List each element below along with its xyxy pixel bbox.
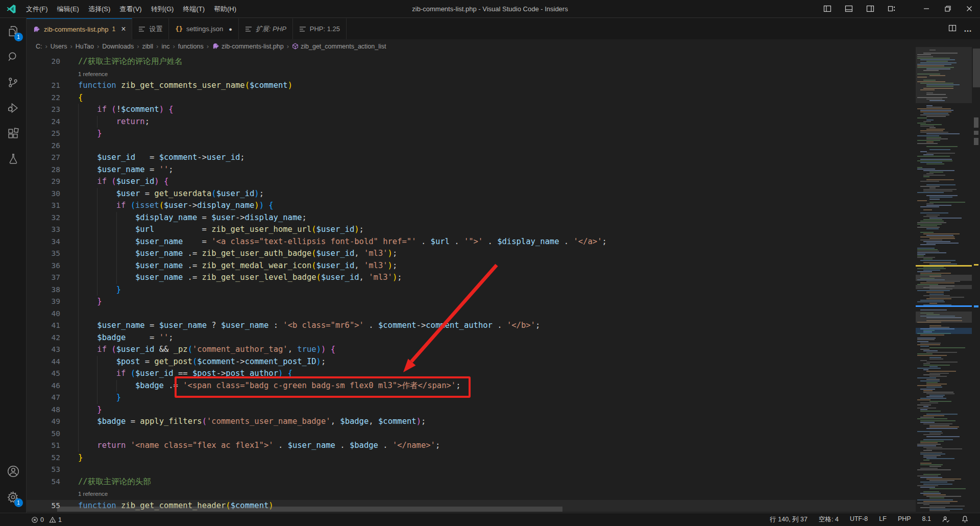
- activity-settings-icon[interactable]: 1: [0, 484, 27, 510]
- status-item[interactable]: LF: [879, 515, 887, 524]
- toggle-sidebar-icon[interactable]: [817, 0, 838, 18]
- activity-testing-icon[interactable]: [0, 146, 27, 172]
- line-number[interactable]: 21: [27, 80, 60, 92]
- code-line-23[interactable]: 23 if (!$comment) {: [27, 104, 916, 116]
- code-line-53[interactable]: 53: [27, 464, 916, 476]
- horizontal-scrollbar[interactable]: [57, 507, 562, 512]
- breadcrumb-item[interactable]: zib_get_comments_action_list: [291, 42, 387, 51]
- code-line-32[interactable]: 32 $display_name = $user->display_name;: [27, 212, 916, 224]
- close-window-button[interactable]: [959, 0, 980, 18]
- code-line-34[interactable]: 34 $user_name = '<a class="text-ellipsis…: [27, 236, 916, 248]
- line-number[interactable]: 35: [27, 248, 60, 260]
- code-line-28[interactable]: 28 $user_name = '';: [27, 164, 916, 176]
- code-line-43[interactable]: 43 if ($user_id && _pz('comment_author_t…: [27, 344, 916, 356]
- code-line-40[interactable]: 40: [27, 308, 916, 320]
- breadcrumb-item[interactable]: functions: [177, 42, 205, 51]
- line-number[interactable]: 50: [27, 428, 60, 440]
- tab-dirty-indicator[interactable]: ●: [229, 26, 232, 32]
- menu-item[interactable]: 帮助(H): [209, 3, 241, 15]
- toggle-panel-icon[interactable]: [838, 0, 860, 18]
- activity-run-debug-icon[interactable]: [0, 95, 27, 121]
- code-line-26[interactable]: 26: [27, 140, 916, 152]
- code-line-37[interactable]: 37 $user_name .= zib_get_user_level_badg…: [27, 272, 916, 284]
- line-number[interactable]: 20: [27, 56, 60, 68]
- split-editor-icon[interactable]: [948, 24, 957, 34]
- tab-close-icon[interactable]: ×: [121, 25, 126, 33]
- code-line-42[interactable]: 42 $badge = '';: [27, 332, 916, 344]
- activity-search-icon[interactable]: [0, 44, 27, 69]
- menu-item[interactable]: 转到(G): [146, 3, 179, 15]
- status-item[interactable]: PHP: [898, 515, 911, 524]
- status-item[interactable]: 空格: 4: [819, 515, 839, 524]
- code-line-22[interactable]: 22{: [27, 92, 916, 104]
- codelens[interactable]: 1 reference: [27, 488, 916, 500]
- code-line-44[interactable]: 44 $post = get_post($comment->comment_po…: [27, 356, 916, 368]
- line-number[interactable]: 38: [27, 284, 60, 296]
- codelens-label[interactable]: 1 reference: [78, 488, 108, 500]
- code-line-47[interactable]: 47 }: [27, 392, 916, 404]
- line-number[interactable]: 27: [27, 152, 60, 164]
- line-number[interactable]: 32: [27, 212, 60, 224]
- breadcrumb-item[interactable]: inc: [160, 42, 170, 51]
- line-number[interactable]: 29: [27, 176, 60, 188]
- code-line-27[interactable]: 27 $user_id = $comment->user_id;: [27, 152, 916, 164]
- status-item[interactable]: 行 140, 列 37: [770, 515, 807, 524]
- code-line-46[interactable]: 46 $badge .= '<span class="badg c-green …: [27, 380, 916, 392]
- code-line-31[interactable]: 31 if (isset($user->display_name)) {: [27, 200, 916, 212]
- line-number[interactable]: 52: [27, 452, 60, 464]
- line-number[interactable]: 26: [27, 140, 60, 152]
- line-number[interactable]: 33: [27, 224, 60, 236]
- line-number[interactable]: 54: [27, 476, 60, 488]
- code-line-38[interactable]: 38 }: [27, 284, 916, 296]
- line-number[interactable]: 42: [27, 332, 60, 344]
- line-number[interactable]: 28: [27, 164, 60, 176]
- line-number[interactable]: 22: [27, 92, 60, 104]
- menu-item[interactable]: 终端(T): [178, 3, 209, 15]
- feedback-icon[interactable]: [942, 515, 950, 524]
- tab-settings.json[interactable]: {}settings.json●: [169, 18, 238, 39]
- code-line-54[interactable]: 54//获取主评论的头部: [27, 476, 916, 488]
- line-number[interactable]: 24: [27, 116, 60, 128]
- codelens[interactable]: 1 reference: [27, 68, 916, 80]
- code-line-21[interactable]: 21function zib_get_comments_user_name($c…: [27, 80, 916, 92]
- tab-PHP[interactable]: 扩展: PHP: [239, 18, 293, 39]
- line-number[interactable]: 37: [27, 272, 60, 284]
- code-line-20[interactable]: 20//获取主评论的评论用户姓名: [27, 56, 916, 68]
- more-actions-icon[interactable]: …: [964, 25, 973, 34]
- line-number[interactable]: 53: [27, 464, 60, 476]
- line-number[interactable]: 49: [27, 416, 60, 428]
- line-number[interactable]: 25: [27, 128, 60, 140]
- code-line-25[interactable]: 25 }: [27, 128, 916, 140]
- code-line-41[interactable]: 41 $user_name = $user_name ? $user_name …: [27, 320, 916, 332]
- breadcrumb-item[interactable]: HuTao: [75, 42, 95, 51]
- code-line-48[interactable]: 48 }: [27, 404, 916, 416]
- tab-zibcommentslist.php[interactable]: zib-comments-list.php1×: [27, 18, 132, 39]
- customize-layout-icon[interactable]: [881, 0, 902, 18]
- toggle-secondary-sidebar-icon[interactable]: [860, 0, 881, 18]
- problems-indicator[interactable]: 0 1: [29, 516, 64, 523]
- breadcrumb-item[interactable]: Downloads: [101, 42, 135, 51]
- line-number[interactable]: 47: [27, 392, 60, 404]
- code-line-33[interactable]: 33 $url = zib_get_user_home_url($user_id…: [27, 224, 916, 236]
- code-line-50[interactable]: 50: [27, 428, 916, 440]
- restore-button[interactable]: [937, 0, 959, 18]
- line-number[interactable]: 45: [27, 368, 60, 380]
- vertical-scrollbar[interactable]: [973, 49, 980, 87]
- notifications-bell-icon[interactable]: [961, 515, 969, 524]
- breadcrumb-item[interactable]: zib-comments-list.php: [211, 42, 285, 51]
- line-number[interactable]: 48: [27, 404, 60, 416]
- line-number[interactable]: 40: [27, 308, 60, 320]
- code-line-52[interactable]: 52}: [27, 452, 916, 464]
- code-line-49[interactable]: 49 $badge = apply_filters('comments_user…: [27, 416, 916, 428]
- line-number[interactable]: 51: [27, 440, 60, 452]
- line-number[interactable]: 39: [27, 296, 60, 308]
- menu-item[interactable]: 选择(S): [84, 3, 115, 15]
- menu-item[interactable]: 查看(V): [115, 3, 146, 15]
- tab-PHP1.25[interactable]: PHP: 1.25: [293, 18, 347, 39]
- code-line-24[interactable]: 24 return;: [27, 116, 916, 128]
- code-editor[interactable]: 20//获取主评论的评论用户姓名1 reference21function zi…: [27, 53, 916, 513]
- minimap[interactable]: [916, 46, 972, 513]
- menu-item[interactable]: 编辑(E): [53, 3, 84, 15]
- code-line-39[interactable]: 39 }: [27, 296, 916, 308]
- breadcrumb-item[interactable]: C:: [35, 42, 43, 51]
